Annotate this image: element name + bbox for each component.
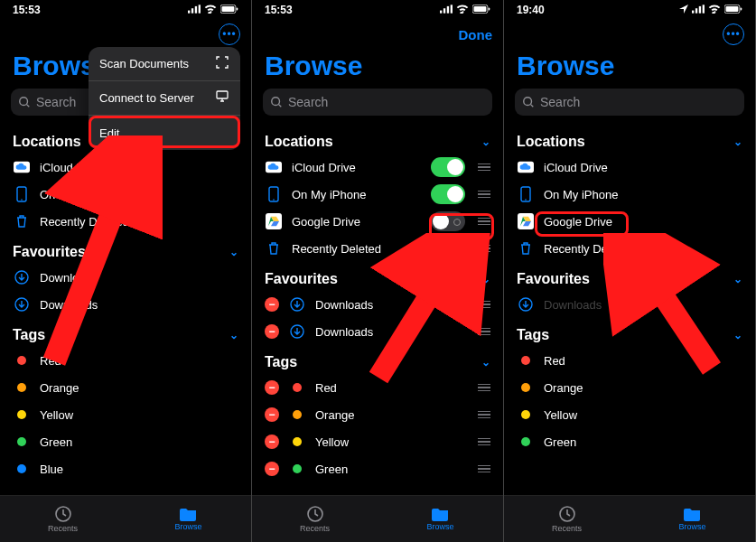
- google-drive-icon: [517, 212, 535, 230]
- section-header-favourites[interactable]: Favourites⌄: [504, 262, 755, 291]
- row-orange[interactable]: Orange: [0, 374, 251, 401]
- row-label: Yellow: [544, 408, 742, 422]
- row-orange[interactable]: −Orange: [252, 401, 503, 428]
- row-downloads[interactable]: Downloads: [0, 291, 251, 318]
- tab-recents[interactable]: Recents: [0, 496, 126, 542]
- row-orange[interactable]: Orange: [504, 374, 755, 401]
- row-label: Downloads: [40, 298, 238, 312]
- row-green[interactable]: −Green: [252, 455, 503, 482]
- drag-handle-icon[interactable]: [478, 384, 490, 391]
- menu-item-edit[interactable]: Edit: [89, 116, 240, 150]
- row-recently-deleted[interactable]: Recently Deleted: [252, 235, 503, 262]
- signal-icon: [440, 4, 453, 16]
- row-green[interactable]: Green: [0, 428, 251, 455]
- drag-handle-icon[interactable]: [478, 465, 490, 472]
- remove-button[interactable]: −: [265, 407, 279, 422]
- drag-handle-icon[interactable]: [478, 438, 490, 445]
- tab-browse[interactable]: Browse: [630, 496, 755, 542]
- row-google-drive[interactable]: Google Drive: [252, 208, 503, 235]
- tab-recents[interactable]: Recents: [504, 496, 630, 542]
- iphone-icon: [265, 185, 283, 203]
- tag-swatch-blue: [17, 464, 26, 473]
- section-header-favourites[interactable]: Favourites⌄: [0, 235, 251, 264]
- row-label: Recently Deleted: [40, 215, 238, 229]
- svg-rect-34: [699, 6, 701, 14]
- row-on-my-iphone[interactable]: On My iPhone: [504, 181, 755, 208]
- remove-button[interactable]: −: [265, 462, 279, 476]
- row-recently-deleted[interactable]: Recently Deleted: [504, 235, 755, 262]
- search-input[interactable]: Search: [263, 89, 492, 116]
- drag-handle-icon[interactable]: [478, 411, 490, 418]
- section-header-tags[interactable]: Tags⌄: [504, 318, 755, 347]
- drag-handle-icon[interactable]: [478, 328, 490, 335]
- tab-browse[interactable]: Browse: [378, 496, 503, 542]
- row-downloads[interactable]: Downloads: [504, 291, 755, 318]
- battery-icon: [472, 4, 490, 16]
- chevron-down-icon: ⌄: [733, 329, 742, 341]
- row-icloud-drive[interactable]: iCloud Drive: [504, 154, 755, 181]
- tag-swatch-green: [293, 464, 302, 473]
- tag-swatch-green: [17, 437, 26, 446]
- section-header-locations[interactable]: Locations⌄: [504, 125, 755, 154]
- drag-handle-icon[interactable]: [478, 191, 490, 198]
- row-red[interactable]: Red: [504, 347, 755, 374]
- tag-swatch-red: [293, 383, 302, 392]
- row-downloads[interactable]: −Downloads: [252, 318, 503, 345]
- tab-recents[interactable]: Recents: [252, 496, 378, 542]
- more-button[interactable]: •••: [219, 23, 240, 45]
- more-button[interactable]: •••: [723, 23, 744, 45]
- row-icloud-drive[interactable]: iCloud Drive: [252, 154, 503, 181]
- row-downloads[interactable]: Downloads: [0, 264, 251, 291]
- wifi-icon: [204, 4, 217, 16]
- drag-handle-icon[interactable]: [478, 218, 490, 225]
- row-yellow[interactable]: −Yellow: [252, 428, 503, 455]
- drag-handle-icon[interactable]: [478, 164, 490, 171]
- wifi-icon: [456, 4, 469, 16]
- row-red[interactable]: −Red: [252, 374, 503, 401]
- row-downloads[interactable]: −Downloads: [252, 291, 503, 318]
- svg-point-26: [273, 199, 275, 201]
- svg-rect-22: [489, 7, 490, 10]
- remove-button[interactable]: −: [265, 324, 279, 339]
- row-google-drive[interactable]: Google Drive: [504, 208, 755, 235]
- row-green[interactable]: Green: [504, 428, 755, 455]
- row-label: Blue: [40, 463, 238, 476]
- svg-rect-18: [447, 6, 449, 14]
- row-on-my-iphone[interactable]: On My iPhone: [0, 181, 251, 208]
- tag-swatch-yellow: [521, 410, 530, 419]
- drag-handle-icon[interactable]: [478, 245, 490, 252]
- icloud-icon: [517, 158, 535, 176]
- tab-browse[interactable]: Browse: [126, 496, 251, 542]
- tag-swatch-red: [17, 356, 26, 365]
- done-button[interactable]: Done: [459, 27, 493, 42]
- icloud-icon: [265, 158, 283, 176]
- row-yellow[interactable]: Yellow: [0, 401, 251, 428]
- row-on-my-iphone[interactable]: On My iPhone: [252, 181, 503, 208]
- section-header-favourites[interactable]: Favourites⌄: [252, 262, 503, 291]
- remove-button[interactable]: −: [265, 297, 279, 312]
- chevron-down-icon: ⌄: [733, 273, 742, 285]
- menu-item-connect-to-server[interactable]: Connect to Server: [89, 81, 240, 116]
- remove-button[interactable]: −: [265, 435, 279, 449]
- toggle-google-drive[interactable]: [431, 211, 465, 231]
- row-red[interactable]: Red: [0, 347, 251, 374]
- search-input[interactable]: Search: [515, 89, 744, 116]
- remove-button[interactable]: −: [265, 380, 279, 395]
- menu-item-scan-documents[interactable]: Scan Documents: [89, 47, 240, 81]
- status-bar: 15:53: [0, 0, 251, 20]
- row-icloud-drive[interactable]: iCloud Drive: [0, 154, 251, 181]
- row-yellow[interactable]: Yellow: [504, 401, 755, 428]
- svg-point-23: [272, 98, 280, 106]
- section-header-tags[interactable]: Tags⌄: [252, 345, 503, 374]
- row-blue[interactable]: Blue: [0, 455, 251, 482]
- toggle-on-my-iphone[interactable]: [431, 184, 465, 204]
- svg-rect-21: [474, 6, 487, 12]
- row-label: Recently Deleted: [544, 242, 742, 256]
- toggle-icloud-drive[interactable]: [431, 157, 465, 177]
- section-header-tags[interactable]: Tags⌄: [0, 318, 251, 347]
- icloud-icon: [13, 158, 31, 176]
- row-recently-deleted[interactable]: Recently Deleted: [0, 208, 251, 235]
- section-header-locations[interactable]: Locations⌄: [252, 125, 503, 154]
- row-label: Google Drive: [292, 215, 422, 229]
- drag-handle-icon[interactable]: [478, 301, 490, 308]
